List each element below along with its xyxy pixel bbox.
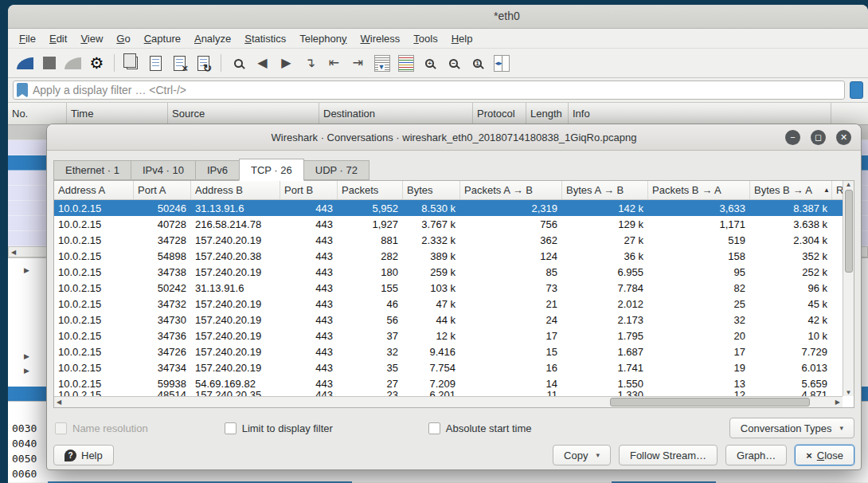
- conversations-table: Address APort AAddress BPort BPacketsByt…: [53, 180, 854, 408]
- column-header-port-a[interactable]: Port A: [134, 181, 191, 199]
- column-header-bytes[interactable]: Bytes: [403, 181, 460, 199]
- colorize-icon[interactable]: [395, 53, 416, 73]
- packet-column-length[interactable]: Length: [526, 103, 569, 124]
- maximize-window-icon[interactable]: ◻: [811, 130, 826, 145]
- dialog-titlebar[interactable]: Wireshark · Conversations · wireshark_et…: [47, 124, 861, 151]
- copy-button[interactable]: Copy ▾: [553, 445, 611, 465]
- conversation-types-button[interactable]: Conversation Types ▾: [729, 418, 854, 438]
- follow-stream-button[interactable]: Follow Stream…: [619, 445, 717, 465]
- scroll-left-icon[interactable]: ◀: [9, 249, 18, 256]
- tab-tcp[interactable]: TCP · 26: [239, 159, 304, 181]
- menu-statistics[interactable]: Statistics: [244, 33, 286, 45]
- display-filter-input[interactable]: [33, 84, 844, 96]
- vscroll-thumb[interactable]: [845, 190, 853, 273]
- conversation-row[interactable]: 10.0.2.1534726157.240.20.19443329.416151…: [54, 344, 854, 359]
- expander-icon[interactable]: ▶: [24, 266, 29, 274]
- main-titlebar[interactable]: *eth0: [8, 5, 868, 29]
- zoom-in-icon[interactable]: +: [419, 53, 440, 73]
- packet-column-destination[interactable]: Destination: [319, 103, 473, 124]
- help-button[interactable]: ? Help: [53, 445, 114, 465]
- scroll-left-icon[interactable]: ◀: [54, 399, 64, 406]
- packet-column-info[interactable]: Info: [569, 103, 831, 124]
- menu-analyze[interactable]: Analyze: [194, 33, 231, 45]
- conversation-row[interactable]: 10.0.2.1534738157.240.20.19443180259 k85…: [54, 264, 854, 280]
- go-last-packet-icon[interactable]: ⇥: [347, 53, 369, 73]
- display-filter-field[interactable]: [13, 80, 845, 100]
- scroll-right-icon[interactable]: ▶: [833, 399, 843, 406]
- conversation-row[interactable]: 10.0.2.1540728216.58.214.784431,9273.767…: [54, 216, 854, 232]
- menu-edit[interactable]: Edit: [49, 33, 67, 45]
- menu-go[interactable]: Go: [116, 33, 130, 45]
- conversation-row[interactable]: 10.0.2.1534730157.240.20.194435644 k242.…: [54, 312, 854, 328]
- expander-icon[interactable]: ▶: [24, 352, 29, 360]
- limit-to-display-filter-checkbox[interactable]: Limit to display filter: [225, 422, 333, 434]
- menu-file[interactable]: File: [19, 33, 36, 45]
- menu-wireless[interactable]: Wireless: [361, 33, 401, 45]
- close-window-icon[interactable]: ✕: [836, 130, 851, 145]
- conversation-row[interactable]: 10.0.2.155024231.13.91.6443155103 k737.7…: [54, 280, 854, 296]
- menu-telephony[interactable]: Telephony: [299, 33, 346, 45]
- tab-ipv6[interactable]: IPv6: [195, 160, 239, 180]
- resize-columns-icon[interactable]: [491, 53, 512, 73]
- capture-options-icon[interactable]: ⚙: [86, 53, 108, 73]
- menu-view[interactable]: View: [80, 33, 103, 45]
- go-first-packet-icon[interactable]: ⇤: [323, 53, 345, 73]
- conversation-row[interactable]: 10.0.2.155024631.13.91.64435,9528.530 k2…: [54, 200, 854, 216]
- find-packet-icon[interactable]: [228, 53, 249, 73]
- go-forward-icon[interactable]: ▶: [276, 53, 297, 73]
- column-header-bytes-b---a[interactable]: Bytes B → A▲: [750, 181, 832, 199]
- reload-file-icon[interactable]: ↻: [193, 53, 214, 73]
- close-button[interactable]: × Close: [795, 445, 854, 465]
- packet-list-header: No.TimeSourceDestinationProtocolLengthIn…: [8, 103, 868, 125]
- column-header-packets-a---b[interactable]: Packets A → B: [460, 181, 562, 199]
- column-header-address-a[interactable]: Address A: [54, 181, 134, 199]
- go-to-packet-icon[interactable]: ↴: [299, 53, 321, 73]
- save-file-icon[interactable]: [145, 53, 166, 73]
- table-hscrollbar[interactable]: ◀ ▶: [54, 396, 843, 407]
- conversation-row[interactable]: 10.0.2.1554898157.240.20.38443282389 k12…: [54, 248, 854, 264]
- close-file-icon[interactable]: ×: [169, 53, 190, 73]
- menu-tools[interactable]: Tools: [413, 33, 437, 45]
- column-header-bytes-a---b[interactable]: Bytes A → B: [562, 181, 648, 199]
- packet-column-time[interactable]: Time: [67, 103, 168, 124]
- column-header-packets-b---a[interactable]: Packets B → A: [648, 181, 750, 199]
- packet-column-source[interactable]: Source: [168, 103, 319, 124]
- expander-icon[interactable]: ▶: [24, 367, 29, 375]
- dialog-buttons-row: ? Help Copy ▾ Follow Stream… Graph… × Cl…: [53, 445, 854, 465]
- column-header-address-b[interactable]: Address B: [191, 181, 280, 199]
- filter-bookmark-icon[interactable]: [17, 83, 28, 97]
- column-header-port-b[interactable]: Port B: [280, 181, 338, 199]
- table-vscrollbar[interactable]: ▲ ▼: [843, 181, 854, 396]
- conversation-row[interactable]: 10.0.2.1534734157.240.20.19443357.754161…: [54, 359, 854, 375]
- conversation-row[interactable]: 10.0.2.1534732157.240.20.194434647 k212.…: [54, 296, 854, 312]
- hscroll-thumb[interactable]: [610, 398, 810, 406]
- packet-column-no[interactable]: No.: [8, 103, 67, 124]
- dialog-window-buttons: −◻✕: [785, 130, 851, 145]
- conversation-row[interactable]: 10.0.2.155993854.69.169.82443277.209141.…: [54, 375, 854, 391]
- scroll-up-icon[interactable]: ▲: [846, 181, 852, 188]
- conversation-row[interactable]: 10.0.2.1534728157.240.20.194438812.332 k…: [54, 232, 854, 248]
- menu-help[interactable]: Help: [452, 33, 473, 45]
- zoom-out-icon[interactable]: −: [443, 53, 464, 73]
- packet-column-protocol[interactable]: Protocol: [473, 103, 526, 124]
- restart-capture-icon[interactable]: [62, 53, 84, 73]
- menu-capture[interactable]: Capture: [144, 33, 181, 45]
- filter-apply-button[interactable]: [850, 81, 863, 99]
- auto-scroll-icon[interactable]: [371, 53, 393, 73]
- absolute-start-time-checkbox[interactable]: Absolute start time: [428, 422, 532, 434]
- tab-udp[interactable]: UDP · 72: [304, 160, 369, 180]
- minimize-window-icon[interactable]: −: [785, 130, 800, 145]
- toolbar-separator: [221, 54, 221, 72]
- zoom-original-icon[interactable]: 1: [467, 53, 488, 73]
- start-capture-icon[interactable]: [14, 53, 36, 73]
- scroll-down-icon[interactable]: ▼: [846, 389, 852, 396]
- go-back-icon[interactable]: ◀: [252, 53, 273, 73]
- conversation-row[interactable]: 10.0.2.1534736157.240.20.194433712 k171.…: [54, 328, 854, 344]
- stop-capture-icon[interactable]: [38, 53, 60, 73]
- tab-ipv4[interactable]: IPv4 · 10: [131, 160, 195, 180]
- graph-button[interactable]: Graph…: [725, 445, 787, 465]
- toolbar-separator: [114, 54, 115, 72]
- open-file-icon[interactable]: [121, 53, 143, 73]
- column-header-packets[interactable]: Packets: [338, 181, 403, 199]
- tab-ethernet[interactable]: Ethernet · 1: [53, 160, 131, 180]
